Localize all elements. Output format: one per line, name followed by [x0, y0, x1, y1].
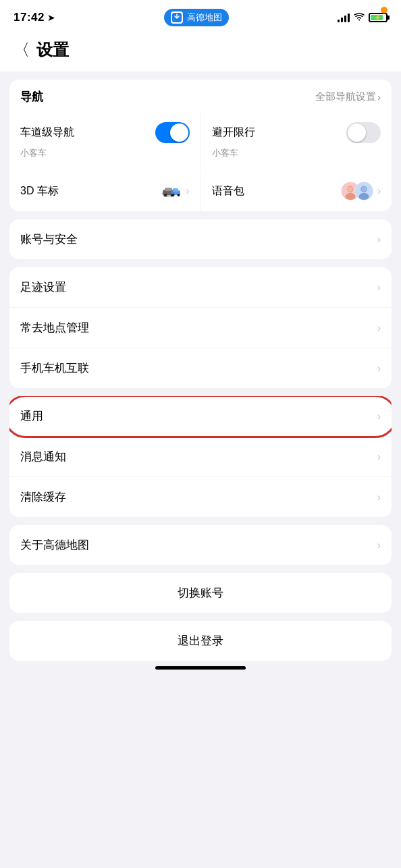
chevron-icon: › — [186, 185, 189, 197]
account-label: 账号与安全 — [20, 232, 78, 247]
footprint-label: 足迹设置 — [20, 279, 66, 295]
chevron-icon: › — [377, 539, 381, 551]
svg-point-8 — [172, 194, 175, 196]
nav-settings-section: 导航 全部导航设置 › 车道级导航 小客车 避开限行 小客车 3D 车标 — [9, 80, 392, 211]
menu-item-footprint[interactable]: 足迹设置 › — [9, 267, 392, 308]
chevron-icon: › — [377, 322, 381, 334]
svg-point-16 — [358, 193, 369, 200]
avoid-restrict-sub: 小客车 — [212, 147, 381, 159]
svg-rect-3 — [165, 188, 172, 191]
status-bar: 17:42 ➤ 高德地图 — [0, 0, 401, 32]
svg-rect-7 — [173, 188, 178, 192]
wifi-icon — [354, 12, 365, 23]
chevron-icon: › — [377, 451, 381, 463]
car-3d-preview — [160, 183, 182, 199]
chevron-icon: › — [377, 281, 381, 294]
svg-point-17 — [361, 187, 366, 192]
menu-item-locations[interactable]: 常去地点管理 › — [9, 308, 392, 348]
avoid-restrict-toggle[interactable] — [346, 122, 381, 143]
nav-section-header: 导航 全部导航设置 › — [9, 80, 392, 111]
voice-pack-right: › — [341, 182, 381, 200]
chevron-icon: › — [377, 491, 381, 504]
toggle-grid: 车道级导航 小客车 避开限行 小客车 — [9, 111, 392, 170]
location-icon: ➤ — [47, 12, 55, 23]
chevron-right-icon: › — [377, 91, 381, 103]
menu-item-phone-car[interactable]: 手机车机互联 › — [9, 348, 392, 388]
switch-account-button[interactable]: 切换账号 — [9, 573, 392, 613]
chevron-icon: › — [377, 234, 381, 246]
app-icon — [171, 11, 183, 24]
car-icon-label: 3D 车标 — [20, 184, 59, 198]
misc-section: 足迹设置 › 常去地点管理 › 手机车机互联 › — [9, 267, 392, 388]
chevron-icon: › — [377, 185, 381, 197]
orange-dot — [381, 7, 387, 13]
status-right: ⚡ — [338, 12, 387, 23]
status-app-indicator: 高德地图 — [164, 9, 229, 26]
voice-pack-card[interactable]: 语音包 — [201, 171, 392, 211]
menu-item-account[interactable]: 账号与安全 › — [9, 219, 392, 259]
car-icon-right: › — [160, 183, 189, 199]
menu-item-about[interactable]: 关于高德地图 › — [9, 525, 392, 565]
locations-label: 常去地点管理 — [20, 320, 89, 335]
voice-pack-label: 语音包 — [212, 184, 244, 198]
lane-nav-toggle[interactable] — [155, 122, 190, 143]
avatar-male — [354, 182, 373, 200]
menu-item-notifications[interactable]: 消息通知 › — [9, 437, 392, 477]
switch-account-section: 切换账号 — [9, 573, 392, 613]
battery-icon: ⚡ — [369, 13, 387, 22]
signal-icon — [338, 13, 350, 22]
page-title: 设置 — [36, 39, 69, 61]
highlight-circle — [9, 396, 392, 438]
svg-point-12 — [345, 193, 355, 200]
all-nav-settings-link[interactable]: 全部导航设置 › — [315, 90, 381, 103]
about-label: 关于高德地图 — [20, 537, 89, 553]
avoid-restrict-card: 避开限行 小客车 — [201, 111, 392, 170]
logout-section: 退出登录 — [9, 621, 392, 661]
option-grid: 3D 车标 › 语音包 — [9, 171, 392, 211]
chevron-icon: › — [377, 362, 381, 375]
cache-label: 清除缓存 — [20, 489, 66, 505]
general-section: 通用 › 消息通知 › 清除缓存 › — [9, 396, 392, 517]
lane-nav-label: 车道级导航 — [20, 126, 74, 140]
svg-point-13 — [348, 187, 352, 192]
menu-item-cache[interactable]: 清除缓存 › — [9, 477, 392, 517]
notifications-label: 消息通知 — [20, 449, 66, 464]
chevron-icon: › — [377, 410, 381, 423]
general-label: 通用 — [20, 408, 43, 424]
lane-nav-card: 车道级导航 小客车 — [9, 111, 200, 170]
nav-section-title: 导航 — [20, 89, 43, 105]
car-icon-card[interactable]: 3D 车标 › — [9, 171, 200, 211]
phone-car-label: 手机车机互联 — [20, 360, 89, 376]
about-section: 关于高德地图 › — [9, 525, 392, 565]
account-section: 账号与安全 › — [9, 219, 392, 259]
app-name: 高德地图 — [187, 11, 222, 24]
avatar-pair — [341, 182, 373, 200]
avoid-restrict-label: 避开限行 — [212, 126, 255, 140]
svg-point-9 — [178, 194, 180, 196]
lane-nav-sub: 小客车 — [20, 147, 190, 159]
svg-point-4 — [164, 194, 167, 197]
home-indicator — [155, 666, 246, 670]
nav-bar: 〈 设置 — [0, 32, 401, 72]
back-button[interactable]: 〈 — [14, 39, 30, 61]
menu-item-general[interactable]: 通用 › — [9, 396, 392, 437]
status-time: 17:42 — [14, 11, 45, 24]
logout-button[interactable]: 退出登录 — [9, 621, 392, 661]
